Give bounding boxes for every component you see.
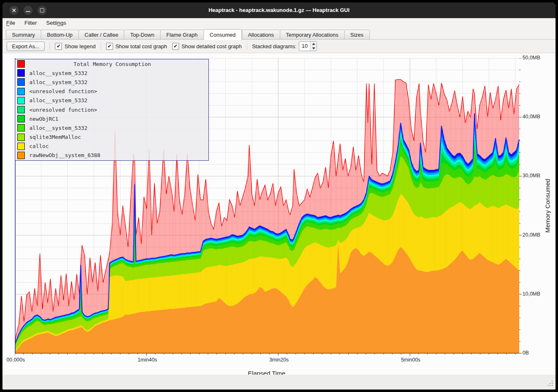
legend-row: <unresolved function> xyxy=(15,105,208,114)
spinner-down-button[interactable] xyxy=(310,46,317,51)
tab-flame-graph[interactable]: Flame Graph xyxy=(160,30,203,40)
y-axis-tick-label: 40,0MB xyxy=(523,114,551,120)
title-bar: Heaptrack - heaptrack.wakunode.1.gz — He… xyxy=(2,2,556,18)
legend-row: newObjRC1 xyxy=(15,114,208,123)
tab-bar: SummaryBottom-UpCaller / CalleeTop-DownF… xyxy=(2,29,556,40)
menu-file[interactable]: File xyxy=(2,18,19,28)
resize-grip-icon[interactable] xyxy=(547,380,553,386)
tab-summary[interactable]: Summary xyxy=(6,30,41,40)
legend-swatch xyxy=(17,106,25,113)
tab-top-down[interactable]: Top-Down xyxy=(124,30,160,40)
y-axis-title: Memory Consumed xyxy=(544,179,551,233)
checkbox-check-icon: ✔ xyxy=(106,43,113,50)
legend-row: alloc__system_5332 xyxy=(15,77,208,87)
legend-row: <unresolved function> xyxy=(15,87,208,96)
legend-swatch xyxy=(17,152,25,159)
chart-panel: Total Memory Consumption alloc__system_5… xyxy=(2,53,556,377)
legend-swatch xyxy=(17,97,25,104)
checkbox-check-icon: ✔ xyxy=(172,43,179,50)
heaptrack-window: Heaptrack - heaptrack.wakunode.1.gz — He… xyxy=(2,2,556,390)
x-axis-tick-label: 00.000s xyxy=(7,357,25,363)
show-legend-label: Show legend xyxy=(64,43,95,49)
legend-swatch xyxy=(17,134,25,141)
legend-row-total: Total Memory Consumption xyxy=(15,59,208,68)
tab-bottom-up[interactable]: Bottom-Up xyxy=(41,30,78,40)
x-axis-tick-label: 1min40s xyxy=(137,357,157,363)
legend-swatch xyxy=(17,124,25,131)
show-legend-checkbox[interactable]: ✔ Show legend xyxy=(55,43,95,50)
window-title: Heaptrack - heaptrack.wakunode.1.gz — He… xyxy=(2,2,556,18)
chevron-down-icon xyxy=(312,47,315,49)
stacked-diagrams-label: Stacked diagrams: xyxy=(252,43,297,49)
legend-swatch xyxy=(17,69,25,77)
y-axis-tick-label: 50,0MB xyxy=(523,55,551,61)
menu-filter[interactable]: Filter xyxy=(21,18,40,28)
show-total-cost-checkbox[interactable]: ✔ Show total cost graph xyxy=(106,43,167,50)
legend-row: alloc__system_5332 xyxy=(15,68,208,77)
x-axis-tick-label: 3min20s xyxy=(269,357,288,363)
legend-row: rawNewObj__system_6388 xyxy=(15,151,208,160)
menu-bar: File Filter Settings xyxy=(2,18,556,29)
legend-swatch xyxy=(17,60,25,68)
legend-row: alloc__system_5332 xyxy=(15,123,208,132)
legend-swatch xyxy=(17,143,25,150)
tab-temporary-allocations[interactable]: Temporary Allocations xyxy=(280,30,344,40)
show-detailed-cost-checkbox[interactable]: ✔ Show detailed cost graph xyxy=(172,43,242,50)
checkbox-check-icon: ✔ xyxy=(55,43,62,50)
toolbar-separator xyxy=(50,42,50,50)
tab-allocations[interactable]: Allocations xyxy=(242,30,280,40)
toolbar-separator xyxy=(247,42,247,50)
toolbar-separator xyxy=(101,42,101,50)
legend-row: sqlite3MemMalloc xyxy=(15,133,208,142)
export-as-button[interactable]: Export As... xyxy=(7,42,45,51)
y-axis-tick-label: 0B xyxy=(523,350,551,356)
status-strip xyxy=(2,375,556,390)
tab-caller-callee[interactable]: Caller / Callee xyxy=(78,30,124,40)
y-axis-tick-label: 10,0MB xyxy=(523,291,551,297)
stacked-diagrams-spinner[interactable]: 10 xyxy=(299,41,317,51)
legend-swatch xyxy=(17,115,25,122)
x-axis-tick-label: 5min00s xyxy=(401,357,420,363)
tab-consumed[interactable]: Consumed xyxy=(203,29,242,40)
legend-swatch xyxy=(17,78,25,86)
tab-sizes[interactable]: Sizes xyxy=(344,30,370,40)
legend-swatch xyxy=(17,88,25,95)
chart-legend: Total Memory Consumption alloc__system_5… xyxy=(15,59,209,161)
spinner-up-button[interactable] xyxy=(310,42,317,46)
show-detailed-cost-label: Show detailed cost graph xyxy=(182,43,242,49)
show-total-cost-label: Show total cost graph xyxy=(116,43,167,49)
menu-settings[interactable]: Settings xyxy=(43,18,70,28)
toolbar: Export As... ✔ Show legend ✔ Show total … xyxy=(2,40,556,53)
y-axis-tick-label: 30,0MB xyxy=(523,173,551,178)
chevron-up-icon xyxy=(312,43,315,45)
legend-row: alloc__system_5332 xyxy=(15,96,208,105)
y-axis-tick-label: 20,0MB xyxy=(523,232,551,238)
stacked-diagrams-value[interactable]: 10 xyxy=(299,42,310,51)
legend-row: calloc xyxy=(15,142,208,151)
